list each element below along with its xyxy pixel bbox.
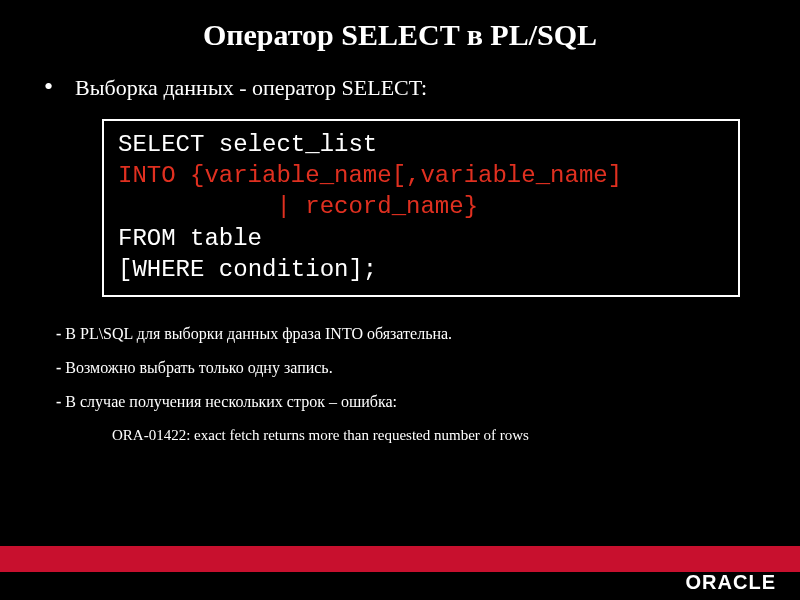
bullet-icon: •	[44, 74, 53, 100]
code-into-line1: INTO {variable_name[,variable_name]	[118, 162, 622, 189]
page-title: Оператор SELECT в PL/SQL	[40, 18, 760, 52]
dash-icon: -	[56, 359, 65, 376]
code-kw-from: FROM	[118, 225, 176, 252]
slide-content: Оператор SELECT в PL/SQL • Выборка данны…	[0, 0, 800, 444]
brand-logo: ORACLE	[686, 571, 776, 594]
code-kw-where: [WHERE	[118, 256, 204, 283]
subtitle-text: Выборка данных - оператор SELECT:	[75, 75, 427, 101]
code-table: table	[176, 225, 262, 252]
dash-icon: -	[56, 325, 65, 342]
code-select-list: select_list	[204, 131, 377, 158]
note-1: - В PL\SQL для выборки данных фраза INTO…	[56, 325, 740, 343]
note-2-text: Возможно выбрать только одну запись.	[65, 359, 332, 376]
subtitle-row: • Выборка данных - оператор SELECT:	[40, 74, 760, 101]
code-into-line2: | record_name}	[118, 193, 478, 220]
notes-block: - В PL\SQL для выборки данных фраза INTO…	[40, 325, 760, 444]
note-3: - В случае получения нескольких строк – …	[56, 393, 740, 411]
code-block: SELECT select_list INTO {variable_name[,…	[102, 119, 740, 297]
code-kw-select: SELECT	[118, 131, 204, 158]
note-2: - Возможно выбрать только одну запись.	[56, 359, 740, 377]
note-1-text: В PL\SQL для выборки данных фраза INTO о…	[65, 325, 452, 342]
ora-error-text: ORA-01422: exact fetch returns more than…	[56, 427, 740, 444]
footer-bar	[0, 546, 800, 572]
code-condition: condition];	[204, 256, 377, 283]
note-3-text: В случае получения нескольких строк – ош…	[65, 393, 397, 410]
dash-icon: -	[56, 393, 65, 410]
